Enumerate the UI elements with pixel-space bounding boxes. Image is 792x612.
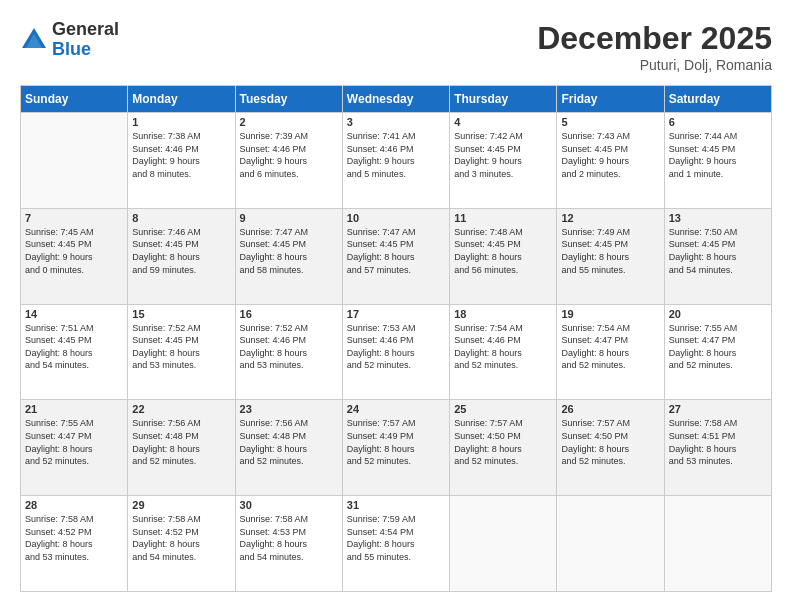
day-cell: 19Sunrise: 7:54 AMSunset: 4:47 PMDayligh… [557,304,664,400]
day-number: 4 [454,116,552,128]
week-row-2: 7Sunrise: 7:45 AMSunset: 4:45 PMDaylight… [21,208,772,304]
day-info: Sunrise: 7:58 AMSunset: 4:51 PMDaylight:… [669,417,767,467]
day-info: Sunrise: 7:52 AMSunset: 4:45 PMDaylight:… [132,322,230,372]
day-cell [21,113,128,209]
day-info: Sunrise: 7:54 AMSunset: 4:46 PMDaylight:… [454,322,552,372]
logo: General Blue [20,20,119,60]
day-cell: 15Sunrise: 7:52 AMSunset: 4:45 PMDayligh… [128,304,235,400]
day-cell: 18Sunrise: 7:54 AMSunset: 4:46 PMDayligh… [450,304,557,400]
page: General Blue December 2025 Puturi, Dolj,… [0,0,792,612]
day-cell: 25Sunrise: 7:57 AMSunset: 4:50 PMDayligh… [450,400,557,496]
logo-icon [20,26,48,54]
day-info: Sunrise: 7:45 AMSunset: 4:45 PMDaylight:… [25,226,123,276]
day-info: Sunrise: 7:38 AMSunset: 4:46 PMDaylight:… [132,130,230,180]
day-number: 19 [561,308,659,320]
day-info: Sunrise: 7:58 AMSunset: 4:52 PMDaylight:… [25,513,123,563]
day-cell: 29Sunrise: 7:58 AMSunset: 4:52 PMDayligh… [128,496,235,592]
calendar-body: 1Sunrise: 7:38 AMSunset: 4:46 PMDaylight… [21,113,772,592]
day-info: Sunrise: 7:43 AMSunset: 4:45 PMDaylight:… [561,130,659,180]
day-info: Sunrise: 7:47 AMSunset: 4:45 PMDaylight:… [240,226,338,276]
day-number: 29 [132,499,230,511]
day-info: Sunrise: 7:44 AMSunset: 4:45 PMDaylight:… [669,130,767,180]
day-number: 21 [25,403,123,415]
day-info: Sunrise: 7:47 AMSunset: 4:45 PMDaylight:… [347,226,445,276]
day-info: Sunrise: 7:42 AMSunset: 4:45 PMDaylight:… [454,130,552,180]
day-info: Sunrise: 7:59 AMSunset: 4:54 PMDaylight:… [347,513,445,563]
day-number: 26 [561,403,659,415]
title-block: December 2025 Puturi, Dolj, Romania [537,20,772,73]
day-number: 1 [132,116,230,128]
day-number: 14 [25,308,123,320]
day-cell: 13Sunrise: 7:50 AMSunset: 4:45 PMDayligh… [664,208,771,304]
day-number: 2 [240,116,338,128]
header-cell-thursday: Thursday [450,86,557,113]
day-cell: 5Sunrise: 7:43 AMSunset: 4:45 PMDaylight… [557,113,664,209]
day-number: 16 [240,308,338,320]
day-info: Sunrise: 7:57 AMSunset: 4:50 PMDaylight:… [561,417,659,467]
day-number: 17 [347,308,445,320]
day-cell: 16Sunrise: 7:52 AMSunset: 4:46 PMDayligh… [235,304,342,400]
day-number: 23 [240,403,338,415]
header-cell-monday: Monday [128,86,235,113]
day-cell: 3Sunrise: 7:41 AMSunset: 4:46 PMDaylight… [342,113,449,209]
day-number: 24 [347,403,445,415]
day-info: Sunrise: 7:56 AMSunset: 4:48 PMDaylight:… [132,417,230,467]
header-row: SundayMondayTuesdayWednesdayThursdayFrid… [21,86,772,113]
day-number: 10 [347,212,445,224]
header: General Blue December 2025 Puturi, Dolj,… [20,20,772,73]
day-cell [557,496,664,592]
day-cell: 30Sunrise: 7:58 AMSunset: 4:53 PMDayligh… [235,496,342,592]
day-cell: 21Sunrise: 7:55 AMSunset: 4:47 PMDayligh… [21,400,128,496]
day-cell: 17Sunrise: 7:53 AMSunset: 4:46 PMDayligh… [342,304,449,400]
day-number: 3 [347,116,445,128]
day-cell: 12Sunrise: 7:49 AMSunset: 4:45 PMDayligh… [557,208,664,304]
day-cell: 31Sunrise: 7:59 AMSunset: 4:54 PMDayligh… [342,496,449,592]
day-cell: 2Sunrise: 7:39 AMSunset: 4:46 PMDaylight… [235,113,342,209]
logo-text: General Blue [52,20,119,60]
day-cell: 26Sunrise: 7:57 AMSunset: 4:50 PMDayligh… [557,400,664,496]
day-cell: 14Sunrise: 7:51 AMSunset: 4:45 PMDayligh… [21,304,128,400]
logo-general: General [52,20,119,40]
day-cell: 24Sunrise: 7:57 AMSunset: 4:49 PMDayligh… [342,400,449,496]
header-cell-saturday: Saturday [664,86,771,113]
day-info: Sunrise: 7:53 AMSunset: 4:46 PMDaylight:… [347,322,445,372]
calendar-table: SundayMondayTuesdayWednesdayThursdayFrid… [20,85,772,592]
day-cell: 4Sunrise: 7:42 AMSunset: 4:45 PMDaylight… [450,113,557,209]
day-number: 27 [669,403,767,415]
day-number: 5 [561,116,659,128]
calendar-header: SundayMondayTuesdayWednesdayThursdayFrid… [21,86,772,113]
day-info: Sunrise: 7:49 AMSunset: 4:45 PMDaylight:… [561,226,659,276]
day-cell: 27Sunrise: 7:58 AMSunset: 4:51 PMDayligh… [664,400,771,496]
day-cell: 10Sunrise: 7:47 AMSunset: 4:45 PMDayligh… [342,208,449,304]
day-info: Sunrise: 7:56 AMSunset: 4:48 PMDaylight:… [240,417,338,467]
day-cell: 6Sunrise: 7:44 AMSunset: 4:45 PMDaylight… [664,113,771,209]
header-cell-wednesday: Wednesday [342,86,449,113]
day-number: 31 [347,499,445,511]
day-info: Sunrise: 7:57 AMSunset: 4:49 PMDaylight:… [347,417,445,467]
day-number: 11 [454,212,552,224]
day-number: 8 [132,212,230,224]
day-number: 18 [454,308,552,320]
day-info: Sunrise: 7:39 AMSunset: 4:46 PMDaylight:… [240,130,338,180]
day-info: Sunrise: 7:57 AMSunset: 4:50 PMDaylight:… [454,417,552,467]
day-number: 25 [454,403,552,415]
day-info: Sunrise: 7:55 AMSunset: 4:47 PMDaylight:… [669,322,767,372]
day-number: 7 [25,212,123,224]
day-info: Sunrise: 7:46 AMSunset: 4:45 PMDaylight:… [132,226,230,276]
day-number: 13 [669,212,767,224]
day-cell: 1Sunrise: 7:38 AMSunset: 4:46 PMDaylight… [128,113,235,209]
week-row-5: 28Sunrise: 7:58 AMSunset: 4:52 PMDayligh… [21,496,772,592]
day-number: 20 [669,308,767,320]
day-number: 12 [561,212,659,224]
day-number: 30 [240,499,338,511]
day-info: Sunrise: 7:55 AMSunset: 4:47 PMDaylight:… [25,417,123,467]
day-info: Sunrise: 7:54 AMSunset: 4:47 PMDaylight:… [561,322,659,372]
day-info: Sunrise: 7:52 AMSunset: 4:46 PMDaylight:… [240,322,338,372]
day-number: 6 [669,116,767,128]
day-info: Sunrise: 7:51 AMSunset: 4:45 PMDaylight:… [25,322,123,372]
day-cell: 23Sunrise: 7:56 AMSunset: 4:48 PMDayligh… [235,400,342,496]
day-info: Sunrise: 7:41 AMSunset: 4:46 PMDaylight:… [347,130,445,180]
week-row-3: 14Sunrise: 7:51 AMSunset: 4:45 PMDayligh… [21,304,772,400]
logo-blue: Blue [52,40,119,60]
day-number: 15 [132,308,230,320]
